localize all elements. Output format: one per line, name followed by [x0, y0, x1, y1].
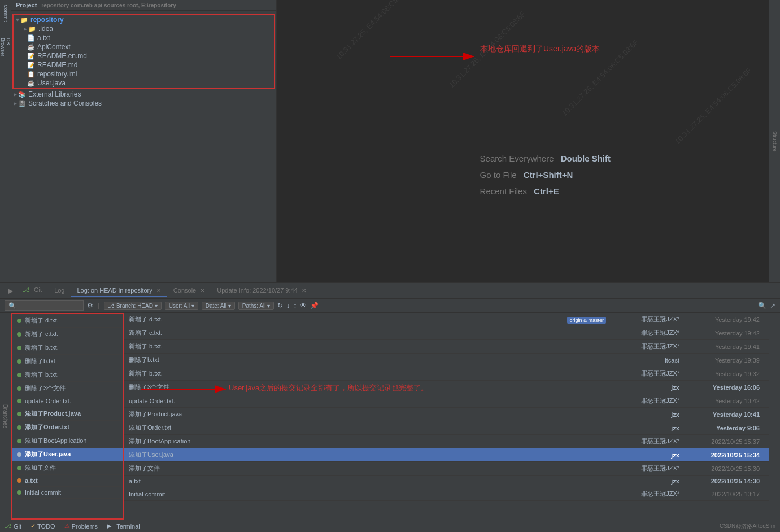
branch-button[interactable]: ⎇ Branch: HEAD ▾: [104, 302, 162, 310]
tree-item-atxt[interactable]: 📄 a.txt: [14, 33, 274, 42]
watermark: 10.31.27.25, E4:54:08:C5:08:6F 10.31.27.…: [277, 0, 780, 282]
detail-row-7[interactable]: 添加了Product.java jzx Yesterday 10:41: [124, 408, 769, 421]
commit-item-7[interactable]: 添加了Product.java: [12, 407, 123, 421]
detail-date-4: Yesterday 19:32: [679, 370, 764, 377]
commit-item-3[interactable]: 删除了b.txt: [12, 355, 123, 368]
tree-item-external-libs[interactable]: 📚 External Libraries: [11, 90, 276, 99]
commit-label-10: 添加了User.java: [25, 450, 118, 459]
recent-files-shortcut: Recent Files Ctrl+E: [480, 186, 611, 196]
detail-msg-8: 添加了Order.txt: [129, 424, 603, 432]
tab-log-head[interactable]: Log: on HEAD in repository ✕: [71, 285, 166, 297]
commit-label-4: 新增了 b.txt.: [25, 370, 118, 379]
folder-icon: 📁: [20, 16, 28, 24]
commit-item-4[interactable]: 新增了 b.txt.: [12, 368, 123, 382]
tab-log[interactable]: Log: [49, 285, 70, 297]
tab-log-head-close[interactable]: ✕: [156, 287, 161, 294]
commit-item-12[interactable]: a.txt: [12, 475, 123, 487]
detail-row-3[interactable]: 删除了b.txt itcast Yesterday 19:39: [124, 354, 769, 367]
tree-item-readme[interactable]: 📝 README.md: [14, 60, 274, 69]
tree-item-iml[interactable]: 📋 repository.iml: [14, 69, 274, 79]
detail-author-4: 罪恶王冠JZX*: [612, 369, 679, 378]
commit-item-2[interactable]: 新增了 b.txt.: [12, 341, 123, 355]
paths-button[interactable]: Paths: All ▾: [238, 302, 274, 310]
tab-update-info[interactable]: Update Info: 2022/10/27 9:44 ✕: [211, 285, 312, 297]
commit-item-8[interactable]: 添加了Order.txt: [12, 421, 123, 434]
commit-item-0[interactable]: 新增了 d.txt.: [12, 314, 123, 328]
detail-row-10[interactable]: 添加了User.java jzx 2022/10/25 15:34: [124, 448, 769, 462]
problems-status[interactable]: ⚠ Problems: [64, 522, 98, 530]
tree-label-readme: README.md: [37, 61, 77, 69]
sort-icon[interactable]: ↕: [293, 302, 297, 309]
commit-dot-4: [17, 373, 21, 377]
branch-icon: ⎇: [108, 303, 115, 309]
tab-console[interactable]: Console ✕: [168, 285, 210, 297]
commit-item-11[interactable]: 添加了文件: [12, 461, 123, 475]
libs-icon: 📚: [18, 91, 26, 98]
refresh-icon[interactable]: ↻: [277, 302, 283, 309]
tree-item-repository[interactable]: 📁 repository: [14, 15, 274, 24]
commit-item-10[interactable]: 添加了User.java: [12, 448, 123, 461]
detail-date-10: 2022/10/25 15:34: [679, 452, 764, 459]
detail-date-12: 2022/10/25 14:30: [679, 478, 764, 485]
todo-status[interactable]: ✓ TODO: [30, 522, 55, 530]
commit-icon[interactable]: Commit: [1, 8, 11, 18]
detail-row-8[interactable]: 添加了Order.txt jzx Yesterday 9:06: [124, 421, 769, 435]
detail-row-4[interactable]: 新增了 b.txt. 罪恶王冠JZX* Yesterday 19:32: [124, 367, 769, 381]
detail-row-11[interactable]: 添加了文件 罪恶王冠JZX* 2022/10/25 15:30: [124, 462, 769, 476]
git-log-area: Branches 新增了 d.txt. 新增了 c.txt. 新增了 b.tx: [0, 313, 780, 520]
date-button[interactable]: Date: All ▾: [202, 302, 235, 310]
git-status[interactable]: ⎇ Git: [5, 522, 21, 530]
detail-row-1[interactable]: 新增了 c.txt. 罪恶王冠JZX* Yesterday 19:42: [124, 326, 769, 340]
expand-button[interactable]: ▶: [5, 287, 16, 295]
commit-item-13[interactable]: Initial commit: [12, 487, 123, 499]
detail-author-3: itcast: [612, 357, 679, 364]
tree-item-readme-en[interactable]: 📝 README.en.md: [14, 51, 274, 60]
detail-row-2[interactable]: 新增了 b.txt. 罪恶王冠JZX* Yesterday 19:41: [124, 340, 769, 354]
commit-dot-0: [17, 319, 21, 323]
eye-icon[interactable]: 👁: [300, 302, 307, 309]
detail-row-13[interactable]: Initial commit 罪恶王冠JZX* 2022/10/25 10:17: [124, 487, 769, 501]
terminal-label: Terminal: [116, 523, 140, 530]
search-input[interactable]: [5, 300, 84, 311]
commit-label-2: 新增了 b.txt.: [25, 343, 118, 352]
commit-item-9[interactable]: 添加了BootApplication: [12, 434, 123, 448]
commit-item-5[interactable]: 删除了3个文件: [12, 382, 123, 395]
folder-closed-icon: [24, 25, 28, 33]
recent-files-label: Recent Files: [480, 186, 527, 196]
tree-label-scratches: Scratches and Consoles: [28, 99, 102, 107]
db-browser-icon[interactable]: DB Browser: [1, 42, 11, 52]
tab-console-close[interactable]: ✕: [200, 287, 204, 294]
panel-header: Project repository com.reb api sources r…: [11, 0, 276, 11]
commit-dot-5: [17, 386, 21, 391]
tree-item-userjava[interactable]: ☕ User.java: [14, 79, 274, 88]
settings-icon[interactable]: ⚙: [87, 302, 93, 309]
project-path: repository com.reb api sources root, E:\…: [41, 2, 176, 8]
detail-row-0[interactable]: 新增了 d.txt. origin & master 罪恶王冠JZX* Yest…: [124, 313, 769, 326]
detail-row-9[interactable]: 添加了BootApplication 罪恶王冠JZX* 2022/10/25 1…: [124, 435, 769, 448]
tab-update-info-close[interactable]: ✕: [302, 287, 306, 294]
user-dropdown-icon: ▾: [191, 303, 194, 309]
detail-row-6[interactable]: update Order.txt. 罪恶王冠JZX* Yesterday 10:…: [124, 394, 769, 408]
ext-libs-icon: [14, 90, 18, 98]
commit-item-6[interactable]: update Order.txt.: [12, 395, 123, 407]
tab-git[interactable]: ⎇ Git: [17, 284, 47, 297]
expand-right-icon[interactable]: ↗: [770, 302, 775, 309]
user-label: User: All: [169, 303, 190, 309]
tree-item-scratches[interactable]: 📓 Scratches and Consoles: [11, 99, 276, 108]
tree-item-idea[interactable]: 📁 .idea: [14, 24, 274, 33]
terminal-status[interactable]: ▶_ Terminal: [107, 522, 140, 530]
commit-item-1[interactable]: 新增了 c.txt.: [12, 328, 123, 341]
detail-row-12[interactable]: a.txt jzx 2022/10/25 14:30: [124, 476, 769, 487]
wm-text-1: 10.31.27.25, E4:54:08:C5:08:6F: [334, 0, 414, 61]
detail-date-1: Yesterday 19:42: [679, 330, 764, 337]
detail-row-5[interactable]: 删除了3个文件 jzx Yesterday 16:06: [124, 381, 769, 394]
fetch-icon[interactable]: ↓: [286, 302, 290, 309]
user-button[interactable]: User: All ▾: [165, 302, 198, 310]
iml-file-icon: 📋: [27, 71, 35, 78]
commit-label-8: 添加了Order.txt: [25, 423, 118, 431]
search-right-icon[interactable]: 🔍: [758, 302, 766, 309]
search-everywhere-label: Search Everywhere: [480, 154, 554, 163]
pin-icon[interactable]: 📌: [310, 302, 319, 309]
detail-author-1: 罪恶王冠JZX*: [612, 329, 679, 337]
tree-item-apicontext[interactable]: ☕ ApiContext: [14, 42, 274, 51]
